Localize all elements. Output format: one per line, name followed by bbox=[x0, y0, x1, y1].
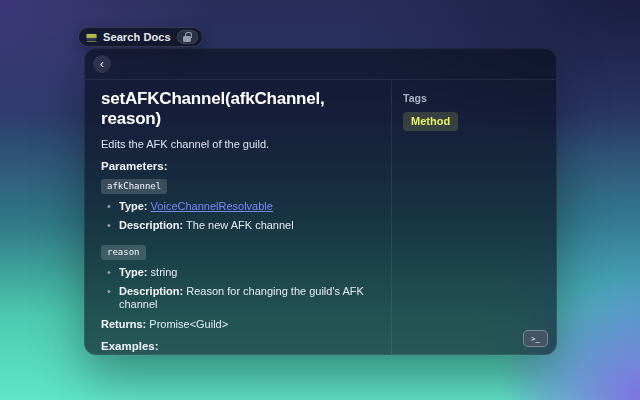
type-link[interactable]: VoiceChannelResolvable bbox=[151, 200, 273, 212]
returns-line: Returns: Promise<Guild> bbox=[101, 318, 384, 330]
page-title: setAFKChannel(afkChannel, reason) bbox=[101, 89, 384, 129]
search-docs-button[interactable]: Search Docs bbox=[78, 27, 203, 47]
doc-summary: Edits the AFK channel of the guild. bbox=[101, 138, 384, 150]
param-props-list: Type: string Description: Reason for cha… bbox=[101, 266, 384, 311]
parameters-heading: Parameters: bbox=[101, 160, 384, 172]
description-value: The new AFK channel bbox=[186, 219, 294, 231]
search-docs-label: Search Docs bbox=[103, 31, 171, 43]
tags-sidebar: Tags Method >_ bbox=[391, 80, 556, 354]
type-value: string bbox=[151, 266, 178, 278]
param-props-list: Type: VoiceChannelResolvable Description… bbox=[101, 200, 384, 232]
description-label: Description: bbox=[119, 219, 183, 231]
param-name-badge: afkChannel bbox=[101, 179, 167, 194]
param-type-item: Type: string bbox=[101, 266, 384, 279]
tags-heading: Tags bbox=[403, 92, 556, 104]
returns-value: Promise<Guild> bbox=[149, 318, 228, 330]
lock-chip bbox=[177, 30, 198, 44]
type-label: Type: bbox=[119, 266, 148, 278]
returns-label: Returns: bbox=[101, 318, 146, 330]
panel-header: ‹ bbox=[85, 49, 556, 80]
param-description-item: Description: Reason for changing the gui… bbox=[101, 285, 384, 311]
panel-body: setAFKChannel(afkChannel, reason) Edits … bbox=[85, 80, 556, 354]
terminal-button[interactable]: >_ bbox=[523, 330, 548, 347]
lock-icon bbox=[183, 36, 191, 42]
description-label: Description: bbox=[119, 285, 183, 297]
docs-panel: ‹ setAFKChannel(afkChannel, reason) Edit… bbox=[84, 48, 557, 355]
param-type-item: Type: VoiceChannelResolvable bbox=[101, 200, 384, 213]
type-label: Type: bbox=[119, 200, 148, 212]
param-name-badge: reason bbox=[101, 245, 146, 260]
tag-method-badge: Method bbox=[403, 112, 458, 131]
back-button[interactable]: ‹ bbox=[93, 55, 111, 73]
param-description-item: Description: The new AFK channel bbox=[101, 219, 384, 232]
doc-content: setAFKChannel(afkChannel, reason) Edits … bbox=[85, 80, 391, 354]
gradient-background: Search Docs ‹ setAFKChannel(afkChannel, … bbox=[0, 0, 640, 400]
examples-heading: Examples: bbox=[101, 340, 384, 352]
docs-favicon-icon bbox=[86, 33, 97, 42]
